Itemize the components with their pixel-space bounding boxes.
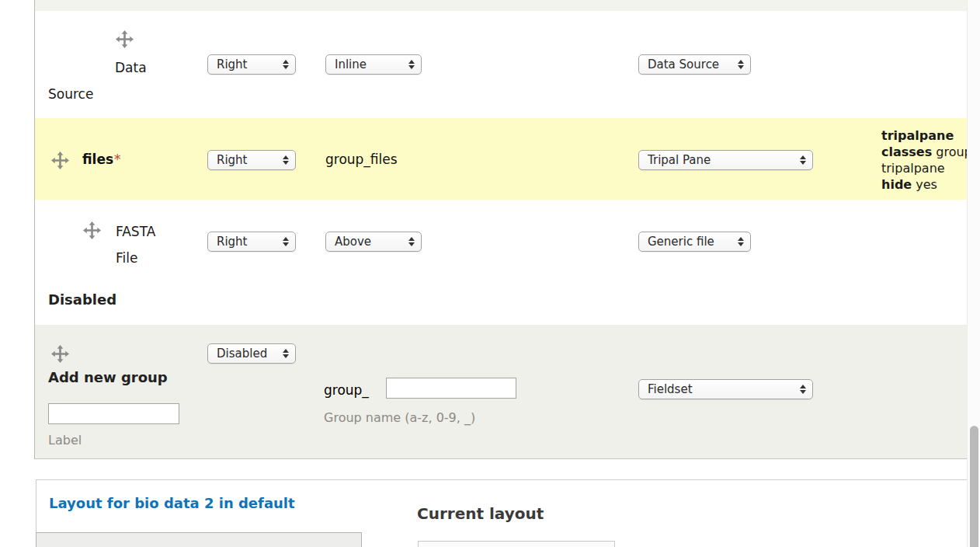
group-machine-name: group_files	[325, 152, 398, 167]
select-arrows-icon	[800, 385, 806, 394]
region-header-label: Disabled	[48, 291, 116, 308]
table-row-files-highlighted: files* Right group_files Tripal Pane tri…	[35, 118, 967, 200]
vertical-scrollbar[interactable]	[967, 0, 980, 547]
group-name-caption: Group name (a-z, 0-9, _)	[324, 410, 475, 425]
drag-handle-icon[interactable]	[51, 152, 69, 169]
select-arrows-icon	[738, 60, 744, 69]
layout-fieldset-legend-link[interactable]: Layout for bio data 2 in default	[49, 495, 295, 511]
layout-fieldset: Layout for bio data 2 in default Current…	[36, 479, 967, 547]
table-row-disabled-region: Disabled	[35, 268, 967, 325]
table-row-fasta-file: FASTA File Right Above Generic file	[35, 200, 967, 268]
data-source-region-select[interactable]: Data Source	[638, 54, 751, 75]
label-caption: Label	[48, 433, 82, 448]
fasta-region-select[interactable]: Generic file	[638, 232, 751, 252]
group-label-input[interactable]	[48, 403, 179, 424]
group-name-prefix: group_	[324, 382, 369, 398]
fasta-label-position-select[interactable]: Right	[207, 232, 296, 252]
select-arrows-icon	[283, 155, 289, 165]
layout-preview-box-partial	[418, 541, 615, 547]
select-arrows-icon	[408, 237, 415, 246]
drag-handle-icon[interactable]	[116, 30, 134, 48]
content-area: Data Source Right Inline Data Source	[0, 0, 967, 547]
group-name-input[interactable]	[386, 378, 516, 399]
table-row-add-new-group: Disabled Add new group Label group_ Grou…	[35, 325, 967, 459]
field-label: FASTA File	[116, 218, 173, 271]
fasta-format-select[interactable]: Above	[325, 232, 422, 252]
drag-handle-icon[interactable]	[83, 221, 101, 239]
field-label: files*	[82, 152, 121, 167]
files-format-select[interactable]: Tripal Pane	[638, 150, 813, 170]
data-source-format-select[interactable]: Inline	[325, 54, 422, 75]
select-arrows-icon	[283, 349, 289, 358]
select-arrows-icon	[738, 237, 744, 246]
required-marker: *	[114, 152, 121, 167]
format-settings-summary: tripalpane classes group_files tripalpan…	[881, 127, 967, 193]
previous-row-partial	[35, 0, 967, 11]
table-row-data-source: Data Source Right Inline Data Source	[35, 11, 967, 118]
manage-display-screen: Data Source Right Inline Data Source	[0, 0, 980, 547]
select-arrows-icon	[283, 237, 289, 246]
add-group-state-select[interactable]: Disabled	[207, 343, 296, 364]
field-label: Data Source	[48, 54, 153, 107]
add-group-format-select[interactable]: Fieldset	[638, 379, 813, 399]
scrollbar-thumb[interactable]	[970, 426, 978, 547]
add-new-group-title: Add new group	[48, 369, 168, 385]
drag-handle-icon[interactable]	[51, 345, 69, 363]
select-arrows-icon	[408, 60, 415, 69]
select-arrows-icon	[283, 60, 289, 69]
files-label-position-select[interactable]: Right	[207, 150, 296, 170]
select-arrows-icon	[800, 155, 806, 165]
field-display-table: Data Source Right Inline Data Source	[34, 0, 967, 459]
current-layout-heading: Current layout	[417, 504, 544, 523]
data-source-label-position-select[interactable]: Right	[207, 54, 296, 75]
layout-select-area-partial[interactable]	[36, 532, 362, 547]
